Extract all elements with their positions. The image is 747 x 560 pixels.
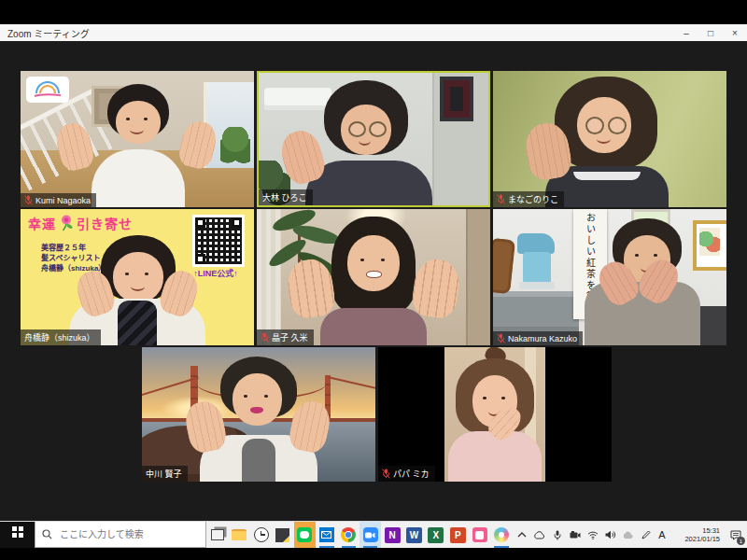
onenote-button[interactable]: N xyxy=(381,522,402,548)
sticky-notes-button[interactable] xyxy=(272,522,293,548)
network-tray-button[interactable] xyxy=(584,522,601,548)
video-scene-portrait xyxy=(444,347,545,482)
onenote-icon: N xyxy=(385,527,401,543)
slide-profile-text: 美容歴２５年 髪スペシャリスト 舟橋静（shizuka） xyxy=(41,243,106,273)
video-scene-golden-gate xyxy=(142,347,375,482)
gray-turtleneck xyxy=(242,439,275,482)
hidden-icons-button[interactable] xyxy=(513,522,530,548)
wooden-board xyxy=(493,238,515,294)
glasses xyxy=(585,117,604,134)
line-app-button[interactable] xyxy=(294,522,316,548)
search-icon xyxy=(42,529,52,539)
person-face xyxy=(347,235,400,291)
maximize-button[interactable]: □ xyxy=(698,24,723,41)
alarms-clock-button[interactable] xyxy=(250,522,272,548)
smiling-mouth xyxy=(366,271,382,278)
person-face xyxy=(233,373,282,426)
photo-app-icon xyxy=(472,527,487,542)
plant xyxy=(220,127,250,166)
start-button[interactable] xyxy=(0,522,35,548)
taskbar-clock[interactable]: 15:31 2021/01/15 xyxy=(669,522,725,548)
close-button[interactable]: × xyxy=(723,24,747,41)
minimize-button[interactable]: – xyxy=(674,24,698,41)
video-tile-obayashi-hiroko[interactable]: 大林 ひろこ xyxy=(257,71,490,207)
line-icon xyxy=(297,527,312,542)
wall-art-framed xyxy=(693,220,726,271)
muted-mic-icon xyxy=(497,194,505,204)
person-face xyxy=(577,97,631,153)
participant-name-label: Nakamura Kazuko xyxy=(493,331,583,345)
video-tile-funahashi-shizuka[interactable]: 幸運 引き寄せ 美容歴２５年 髪スペシャリスト 舟橋静（shizuka） ↑LI… xyxy=(21,209,254,345)
person-body xyxy=(320,308,427,345)
muted-mic-icon xyxy=(382,469,390,479)
blue-mixer xyxy=(515,233,557,291)
task-view-button[interactable] xyxy=(206,522,228,548)
smiling-mouth xyxy=(250,407,263,413)
zoom-gallery-view: Kumi Nagaoka 大林 ひろこ xyxy=(0,41,747,521)
air-conditioner xyxy=(264,88,331,110)
video-tile-manago-noriko[interactable]: まなごのりこ xyxy=(493,71,726,207)
taskbar-search-box[interactable] xyxy=(35,522,206,548)
video-scene xyxy=(21,71,254,207)
file-explorer-button[interactable] xyxy=(228,522,249,548)
clock-icon xyxy=(254,527,269,542)
excel-button[interactable]: X xyxy=(425,522,446,548)
video-tile-nakagawa[interactable]: 中川 賢子 xyxy=(142,347,375,482)
window-controls: – □ × xyxy=(674,24,747,41)
video-scene xyxy=(257,209,490,345)
system-tray: A 15:31 2021/01/15 1 xyxy=(513,522,747,548)
glasses xyxy=(608,117,627,134)
chevron-up-icon xyxy=(517,532,527,538)
camera-icon xyxy=(570,531,581,539)
powerpoint-button[interactable]: P xyxy=(447,522,469,548)
participant-name-label: 大林 ひろこ xyxy=(259,189,313,205)
participant-name-label: Kumi Nagaoka xyxy=(21,193,96,207)
chrome-icon xyxy=(341,527,356,542)
ime-indicator[interactable]: A xyxy=(655,522,669,548)
video-scene xyxy=(493,71,726,207)
slide-headline: 幸運 引き寄せ xyxy=(28,214,133,232)
onedrive-cloud-icon xyxy=(622,531,634,539)
video-tile-kumi-nagaoka[interactable]: Kumi Nagaoka xyxy=(21,71,254,207)
cloud-tray-button[interactable] xyxy=(530,522,548,548)
muted-mic-icon xyxy=(24,195,33,205)
video-tile-akiko-kume[interactable]: 晶子 久米 xyxy=(257,209,490,345)
word-button[interactable]: W xyxy=(403,522,425,548)
camera-tray-button[interactable] xyxy=(566,522,584,548)
qr-code xyxy=(192,215,245,267)
black-scarf xyxy=(118,301,157,345)
cloud-icon xyxy=(533,531,545,539)
action-center-button[interactable]: 1 xyxy=(725,522,747,548)
zoom-app-button[interactable] xyxy=(359,522,381,548)
flower-icon xyxy=(59,215,74,231)
muted-mic-icon xyxy=(497,333,505,343)
volume-tray-button[interactable] xyxy=(601,522,619,548)
zoom-icon xyxy=(363,527,378,542)
window-titlebar: Zoom ミーティング – □ × xyxy=(0,24,747,42)
onedrive-tray-button[interactable] xyxy=(619,522,637,548)
windows-ink-button[interactable] xyxy=(637,522,655,548)
participant-name-label: 晶子 久米 xyxy=(257,329,314,345)
muted-mic-icon xyxy=(261,332,269,343)
microphone-tray-button[interactable] xyxy=(548,522,566,548)
person-body xyxy=(92,149,185,207)
video-tile-nakamura-kazuko[interactable]: おいしい紅茶を飲む Nakamura Kazuko xyxy=(493,209,726,345)
excel-icon: X xyxy=(428,527,444,543)
door-background xyxy=(466,209,490,345)
clock-date: 2021/01/15 xyxy=(684,535,720,543)
screen: Zoom ミーティング – □ × xyxy=(0,0,747,560)
participant-name-label: まなごのりこ xyxy=(493,191,564,207)
paint3d-button[interactable] xyxy=(490,522,512,548)
speaker-icon xyxy=(605,530,616,539)
search-input[interactable] xyxy=(58,528,183,540)
mail-app-button[interactable] xyxy=(316,522,337,548)
chrome-button[interactable] xyxy=(338,522,359,548)
video-scene: おいしい紅茶を飲む xyxy=(493,209,726,345)
task-view-icon xyxy=(211,529,224,540)
white-collar xyxy=(573,172,641,180)
photo-app-button[interactable] xyxy=(469,522,490,548)
windows-taskbar: N W X P xyxy=(0,521,747,548)
video-tile-papa-mika[interactable]: パパ ミカ xyxy=(378,347,612,482)
pen-icon xyxy=(641,530,651,539)
person-face xyxy=(116,101,161,144)
